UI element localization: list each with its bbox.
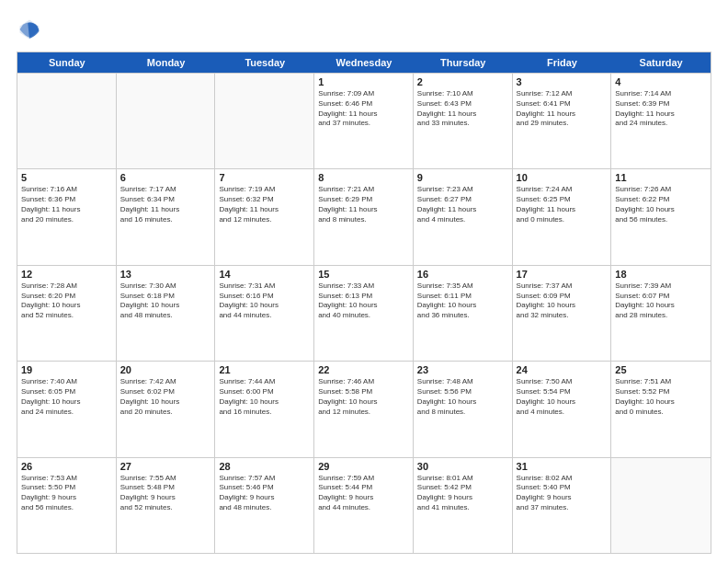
calendar: SundayMondayTuesdayWednesdayThursdayFrid…: [17, 52, 711, 554]
calendar-cell: 10Sunrise: 7:24 AM Sunset: 6:25 PM Dayli…: [513, 169, 612, 264]
cell-info: Sunrise: 7:42 AM Sunset: 6:02 PM Dayligh…: [120, 377, 211, 417]
cell-day-number: 9: [417, 172, 508, 183]
cell-info: Sunrise: 7:46 AM Sunset: 5:58 PM Dayligh…: [318, 377, 409, 417]
calendar-cell: 12Sunrise: 7:28 AM Sunset: 6:20 PM Dayli…: [17, 266, 117, 361]
cell-day-number: 19: [21, 364, 112, 375]
cell-day-number: 2: [417, 76, 508, 87]
calendar-cell: 24Sunrise: 7:50 AM Sunset: 5:54 PM Dayli…: [513, 362, 612, 456]
calendar-cell: 18Sunrise: 7:39 AM Sunset: 6:07 PM Dayli…: [611, 266, 711, 361]
cell-day-number: 7: [219, 172, 310, 183]
header: [17, 17, 711, 42]
cell-day-number: 18: [615, 269, 707, 280]
weekday-header-sunday: Sunday: [17, 52, 117, 73]
cell-info: Sunrise: 7:12 AM Sunset: 6:41 PM Dayligh…: [517, 89, 608, 129]
calendar-cell: 2Sunrise: 7:10 AM Sunset: 6:43 PM Daylig…: [414, 74, 513, 168]
calendar-row-4: 26Sunrise: 7:53 AM Sunset: 5:50 PM Dayli…: [17, 457, 711, 553]
cell-info: Sunrise: 7:26 AM Sunset: 6:22 PM Dayligh…: [615, 185, 707, 224]
cell-day-number: 10: [517, 172, 608, 183]
cell-day-number: 5: [21, 172, 112, 183]
logo: [17, 17, 46, 42]
cell-day-number: 4: [615, 76, 707, 87]
weekday-header-thursday: Thursday: [414, 52, 513, 73]
cell-day-number: 28: [219, 461, 310, 472]
calendar-cell: 21Sunrise: 7:44 AM Sunset: 6:00 PM Dayli…: [215, 362, 314, 456]
weekday-header-wednesday: Wednesday: [314, 52, 414, 73]
calendar-cell: 28Sunrise: 7:57 AM Sunset: 5:46 PM Dayli…: [215, 458, 314, 553]
cell-day-number: 21: [219, 364, 310, 375]
calendar-cell: 11Sunrise: 7:26 AM Sunset: 6:22 PM Dayli…: [611, 169, 711, 264]
cell-info: Sunrise: 7:30 AM Sunset: 6:18 PM Dayligh…: [120, 282, 211, 321]
cell-day-number: 14: [219, 269, 310, 280]
cell-day-number: 6: [120, 172, 211, 183]
cell-day-number: 30: [417, 461, 508, 472]
calendar-cell: 22Sunrise: 7:46 AM Sunset: 5:58 PM Dayli…: [314, 362, 414, 456]
cell-day-number: 1: [318, 76, 409, 87]
cell-day-number: 31: [517, 461, 608, 472]
cell-day-number: 20: [120, 364, 211, 375]
cell-day-number: 11: [615, 172, 707, 183]
cell-info: Sunrise: 7:31 AM Sunset: 6:16 PM Dayligh…: [219, 282, 310, 321]
calendar-cell: [215, 74, 314, 168]
cell-info: Sunrise: 7:19 AM Sunset: 6:32 PM Dayligh…: [219, 185, 310, 224]
weekday-header-tuesday: Tuesday: [215, 52, 314, 73]
cell-day-number: 27: [120, 461, 211, 472]
cell-info: Sunrise: 7:10 AM Sunset: 6:43 PM Dayligh…: [417, 89, 508, 129]
cell-info: Sunrise: 7:16 AM Sunset: 6:36 PM Dayligh…: [21, 185, 112, 224]
cell-day-number: 24: [517, 364, 608, 375]
cell-info: Sunrise: 7:40 AM Sunset: 6:05 PM Dayligh…: [21, 377, 112, 417]
calendar-cell: 13Sunrise: 7:30 AM Sunset: 6:18 PM Dayli…: [117, 266, 216, 361]
cell-info: Sunrise: 7:39 AM Sunset: 6:07 PM Dayligh…: [615, 282, 707, 321]
cell-day-number: 13: [120, 269, 211, 280]
calendar-cell: 16Sunrise: 7:35 AM Sunset: 6:11 PM Dayli…: [414, 266, 513, 361]
cell-day-number: 16: [417, 269, 508, 280]
calendar-cell: 3Sunrise: 7:12 AM Sunset: 6:41 PM Daylig…: [513, 74, 612, 168]
cell-info: Sunrise: 7:35 AM Sunset: 6:11 PM Dayligh…: [417, 282, 508, 321]
calendar-cell: 9Sunrise: 7:23 AM Sunset: 6:27 PM Daylig…: [414, 169, 513, 264]
logo-icon: [17, 17, 42, 42]
cell-day-number: 22: [318, 364, 409, 375]
cell-day-number: 29: [318, 461, 409, 472]
cell-info: Sunrise: 7:17 AM Sunset: 6:34 PM Dayligh…: [120, 185, 211, 224]
calendar-cell: 5Sunrise: 7:16 AM Sunset: 6:36 PM Daylig…: [17, 169, 117, 264]
calendar-cell: 20Sunrise: 7:42 AM Sunset: 6:02 PM Dayli…: [117, 362, 216, 456]
cell-info: Sunrise: 7:28 AM Sunset: 6:20 PM Dayligh…: [21, 282, 112, 321]
cell-info: Sunrise: 7:51 AM Sunset: 5:52 PM Dayligh…: [615, 377, 707, 417]
cell-info: Sunrise: 7:33 AM Sunset: 6:13 PM Dayligh…: [318, 282, 409, 321]
weekday-header-saturday: Saturday: [611, 52, 711, 73]
calendar-cell: 27Sunrise: 7:55 AM Sunset: 5:48 PM Dayli…: [117, 458, 216, 553]
calendar-cell: 29Sunrise: 7:59 AM Sunset: 5:44 PM Dayli…: [314, 458, 414, 553]
cell-day-number: 25: [615, 364, 707, 375]
cell-info: Sunrise: 7:14 AM Sunset: 6:39 PM Dayligh…: [615, 89, 707, 129]
cell-day-number: 3: [517, 76, 608, 87]
calendar-cell: 26Sunrise: 7:53 AM Sunset: 5:50 PM Dayli…: [17, 458, 117, 553]
calendar-cell: 6Sunrise: 7:17 AM Sunset: 6:34 PM Daylig…: [117, 169, 216, 264]
cell-info: Sunrise: 8:02 AM Sunset: 5:40 PM Dayligh…: [517, 474, 608, 513]
calendar-cell: 4Sunrise: 7:14 AM Sunset: 6:39 PM Daylig…: [611, 74, 711, 168]
calendar-header: SundayMondayTuesdayWednesdayThursdayFrid…: [17, 52, 711, 73]
calendar-cell: 25Sunrise: 7:51 AM Sunset: 5:52 PM Dayli…: [611, 362, 711, 456]
calendar-cell: [17, 74, 117, 168]
calendar-cell: [117, 74, 216, 168]
cell-info: Sunrise: 7:21 AM Sunset: 6:29 PM Dayligh…: [318, 185, 409, 224]
cell-day-number: 23: [417, 364, 508, 375]
cell-info: Sunrise: 7:23 AM Sunset: 6:27 PM Dayligh…: [417, 185, 508, 224]
calendar-row-3: 19Sunrise: 7:40 AM Sunset: 6:05 PM Dayli…: [17, 361, 711, 456]
calendar-row-1: 5Sunrise: 7:16 AM Sunset: 6:36 PM Daylig…: [17, 168, 711, 264]
cell-info: Sunrise: 7:44 AM Sunset: 6:00 PM Dayligh…: [219, 377, 310, 417]
calendar-row-0: 1Sunrise: 7:09 AM Sunset: 6:46 PM Daylig…: [17, 73, 711, 168]
calendar-cell: 14Sunrise: 7:31 AM Sunset: 6:16 PM Dayli…: [215, 266, 314, 361]
cell-day-number: 26: [21, 461, 112, 472]
calendar-row-2: 12Sunrise: 7:28 AM Sunset: 6:20 PM Dayli…: [17, 265, 711, 361]
cell-day-number: 15: [318, 269, 409, 280]
calendar-cell: 30Sunrise: 8:01 AM Sunset: 5:42 PM Dayli…: [414, 458, 513, 553]
cell-info: Sunrise: 7:59 AM Sunset: 5:44 PM Dayligh…: [318, 474, 409, 513]
calendar-cell: 17Sunrise: 7:37 AM Sunset: 6:09 PM Dayli…: [513, 266, 612, 361]
calendar-cell: 7Sunrise: 7:19 AM Sunset: 6:32 PM Daylig…: [215, 169, 314, 264]
calendar-cell: 31Sunrise: 8:02 AM Sunset: 5:40 PM Dayli…: [513, 458, 612, 553]
cell-info: Sunrise: 7:50 AM Sunset: 5:54 PM Dayligh…: [517, 377, 608, 417]
calendar-cell: 8Sunrise: 7:21 AM Sunset: 6:29 PM Daylig…: [314, 169, 414, 264]
calendar-cell: 15Sunrise: 7:33 AM Sunset: 6:13 PM Dayli…: [314, 266, 414, 361]
cell-info: Sunrise: 7:24 AM Sunset: 6:25 PM Dayligh…: [517, 185, 608, 224]
cell-info: Sunrise: 7:53 AM Sunset: 5:50 PM Dayligh…: [21, 474, 112, 513]
weekday-header-friday: Friday: [513, 52, 612, 73]
